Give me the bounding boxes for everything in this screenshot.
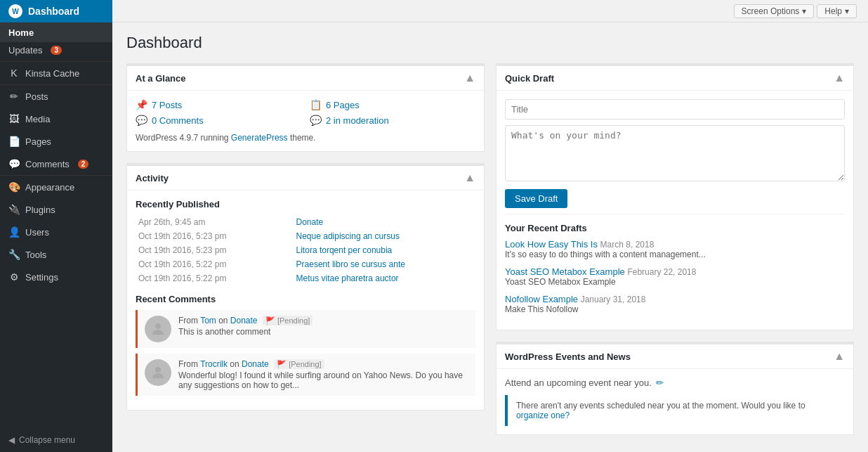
theme-link[interactable]: GeneratePress	[231, 133, 288, 143]
moderation-glance-icon: 💬	[310, 115, 322, 126]
quick-draft-title: Quick Draft	[505, 73, 554, 84]
sidebar-item-media[interactable]: 🖼 Media	[0, 108, 112, 130]
page-content: Dashboard At a Glance ▲ 📌 7 Posts	[112, 22, 868, 452]
sidebar-item-label: Posts	[25, 91, 48, 102]
screen-options-label: Screen Options	[742, 6, 800, 16]
activity-post-link[interactable]: Metus vitae pharetra auctor	[296, 273, 399, 283]
svg-point-1	[155, 367, 161, 373]
activity-row: Apr 26th, 9:45 am Donate	[136, 215, 475, 229]
wp-events-toggle[interactable]: ▲	[834, 350, 845, 363]
sidebar-item-kinsta-cache[interactable]: K Kinsta Cache	[0, 62, 112, 84]
posts-glance-link[interactable]: 7 Posts	[152, 100, 182, 110]
draft-title-link[interactable]: Nofollow Example	[505, 294, 578, 304]
sidebar-brand[interactable]: W Dashboard	[0, 0, 112, 22]
draft-excerpt: Make This Nofollow	[505, 304, 845, 314]
comment-meta: From Tom on Donate 🚩 [Pending]	[178, 316, 475, 325]
screen-options-chevron-icon: ▾	[802, 6, 806, 16]
comment-item: From Tom on Donate 🚩 [Pending] This is a…	[136, 310, 475, 348]
quick-draft-header: Quick Draft ▲	[497, 66, 853, 91]
draft-date: February 22, 2018	[627, 267, 696, 277]
activity-post-title: Praesent libro se cursus ante	[294, 257, 475, 271]
at-a-glance-title: At a Glance	[136, 73, 186, 84]
sidebar-nav: ✏ Posts 🖼 Media 📄 Pages 💬 Comments 2	[0, 84, 112, 175]
activity-header: Activity ▲	[127, 166, 484, 191]
sidebar-item-settings[interactable]: ⚙ Settings	[0, 266, 112, 288]
quick-draft-title-input[interactable]	[505, 99, 845, 120]
draft-title-row: Look How Easy This Is March 8, 2018	[505, 239, 845, 250]
sidebar-item-updates[interactable]: Updates 3	[0, 42, 112, 61]
comment-post-link[interactable]: Donate	[230, 316, 258, 325]
comment-post-link[interactable]: Donate	[242, 359, 269, 369]
sidebar-item-appearance[interactable]: 🎨 Appearance	[0, 176, 112, 198]
pages-icon: 📄	[8, 136, 20, 147]
sidebar-item-pages[interactable]: 📄 Pages	[0, 130, 112, 153]
sidebar-kinsta: K Kinsta Cache	[0, 61, 112, 84]
events-intro-text: Attend an upcoming event near you.	[505, 377, 652, 388]
sidebar: W Dashboard Home Updates 3 K Kinsta Cach…	[0, 0, 112, 452]
events-notice-text: There aren't any events scheduled near y…	[516, 401, 805, 420]
draft-date: March 8, 2018	[600, 240, 655, 250]
pages-glance-icon: 📋	[310, 99, 322, 110]
activity-post-title: Neque adipiscing an cursus	[294, 229, 475, 243]
media-icon: 🖼	[8, 113, 20, 124]
quick-draft-toggle[interactable]: ▲	[834, 72, 845, 84]
moderation-glance-link[interactable]: 2 in moderation	[326, 115, 389, 126]
updates-badge: 3	[51, 46, 62, 55]
quick-draft-widget: Quick Draft ▲ Save Draft Your Recent Dra…	[496, 63, 854, 330]
pages-glance-link[interactable]: 6 Pages	[326, 100, 360, 110]
draft-date: January 31, 2018	[581, 295, 646, 304]
activity-row: Oct 19th 2016, 5:22 pm Praesent libro se…	[136, 257, 475, 271]
comment-avatar	[145, 316, 171, 342]
sidebar-item-home[interactable]: Home	[0, 23, 112, 42]
comment-author-link[interactable]: Trocrilk	[200, 359, 228, 369]
comment-content: From Tom on Donate 🚩 [Pending] This is a…	[178, 316, 475, 342]
right-column: Quick Draft ▲ Save Draft Your Recent Dra…	[496, 63, 854, 435]
save-draft-button[interactable]: Save Draft	[505, 189, 567, 208]
collapse-menu[interactable]: ◀ Collapse menu	[0, 428, 112, 452]
draft-title-link[interactable]: Yoast SEO Metabox Example	[505, 266, 625, 277]
comments-glance-link[interactable]: 0 Comments	[152, 115, 204, 126]
settings-icon: ⚙	[8, 271, 20, 283]
draft-excerpt: Yoast SEO Metabox Example	[505, 277, 845, 287]
wp-info-text: WordPress 4.9.7 running	[136, 133, 231, 143]
activity-post-link[interactable]: Donate	[296, 217, 324, 227]
sidebar-item-users[interactable]: 👤 Users	[0, 221, 112, 243]
sidebar-item-posts[interactable]: ✏ Posts	[0, 85, 112, 108]
comment-status: 🚩 [Pending]	[274, 359, 324, 369]
draft-title-row: Nofollow Example January 31, 2018	[505, 294, 845, 304]
comments-glance-icon: 💬	[136, 115, 147, 126]
organize-link[interactable]: organize one?	[516, 411, 570, 420]
activity-toggle[interactable]: ▲	[464, 172, 475, 184]
activity-date: Oct 19th 2016, 5:22 pm	[136, 271, 294, 285]
help-button[interactable]: Help ▾	[817, 4, 857, 18]
sidebar-item-plugins[interactable]: 🔌 Plugins	[0, 198, 112, 221]
activity-post-link[interactable]: Litora torqent per conubia	[296, 245, 393, 255]
events-edit-icon[interactable]: ✏	[656, 377, 664, 388]
sidebar-item-tools[interactable]: 🔧 Tools	[0, 243, 112, 266]
sidebar-item-comments[interactable]: 💬 Comments 2	[0, 153, 112, 175]
screen-options-button[interactable]: Screen Options ▾	[734, 4, 815, 18]
comments-icon: 💬	[8, 158, 20, 169]
topbar: Screen Options ▾ Help ▾	[112, 0, 868, 22]
activity-row: Oct 19th 2016, 5:23 pm Litora torqent pe…	[136, 243, 475, 257]
at-a-glance-toggle[interactable]: ▲	[464, 72, 475, 84]
wp-events-body: Attend an upcoming event near you. ✏ The…	[497, 369, 853, 434]
activity-date: Oct 19th 2016, 5:22 pm	[136, 257, 294, 271]
svg-point-0	[155, 323, 161, 329]
activity-post-link[interactable]: Neque adipiscing an cursus	[296, 231, 400, 241]
main-content: Screen Options ▾ Help ▾ Dashboard At a G…	[112, 0, 868, 452]
glance-grid: 📌 7 Posts 📋 6 Pages 💬 0 Comments	[136, 99, 475, 126]
sidebar-brand-label: Dashboard	[28, 6, 79, 17]
comment-text: This is another comment	[178, 327, 475, 337]
drafts-list: Look How Easy This Is March 8, 2018 It's…	[505, 239, 845, 314]
sidebar-item-label: Plugins	[25, 205, 55, 215]
comment-content: From Trocrilk on Donate 🚩 [Pending] Wond…	[178, 359, 475, 390]
sidebar-item-label: Tools	[25, 250, 46, 260]
draft-title-link[interactable]: Look How Easy This Is	[505, 239, 598, 250]
wp-events-header: WordPress Events and News ▲	[497, 344, 853, 369]
comment-author-link[interactable]: Tom	[200, 316, 216, 325]
quick-draft-body-input[interactable]	[505, 125, 845, 181]
activity-post-link[interactable]: Praesent libro se cursus ante	[296, 259, 405, 269]
activity-post-title: Donate	[294, 215, 475, 229]
kinsta-icon: K	[8, 67, 20, 79]
